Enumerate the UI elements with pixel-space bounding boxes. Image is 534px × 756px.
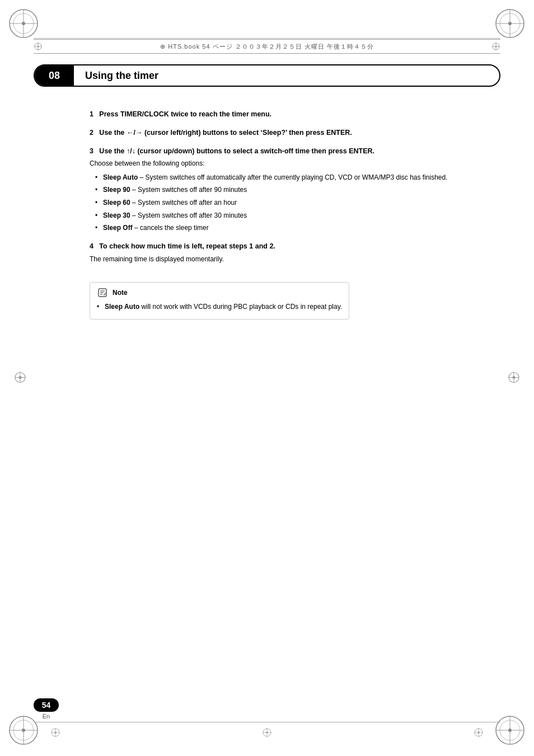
note-box: Note Sleep Auto will not work with VCDs … — [90, 282, 349, 320]
chapter-header: 08 Using the timer — [34, 64, 500, 87]
svg-point-9 — [508, 22, 512, 25]
step-4-body: The remaining time is displayed momentar… — [90, 254, 478, 265]
sleep-option-off: Sleep Off – cancels the sleep timer — [95, 223, 478, 233]
note-item-sleep-auto: Sleep Auto will not work with VCDs durin… — [97, 302, 342, 312]
note-content-list: Sleep Auto will not work with VCDs durin… — [97, 302, 342, 312]
bottom-right-reg — [474, 727, 484, 739]
corner-decoration-tl — [8, 8, 39, 41]
side-registration-left — [14, 371, 26, 385]
corner-decoration-tr — [495, 8, 526, 41]
svg-point-19 — [508, 729, 512, 732]
header-japanese-text: ⊕ HTS.book 54 ページ ２００３年２月２５日 火曜日 午後１時４５分 — [47, 43, 487, 51]
sleep-options-list: Sleep Auto – System switches off automat… — [90, 172, 478, 233]
step-4-heading: 4 To check how much time is left, repeat… — [90, 241, 478, 252]
chapter-title: Using the timer — [74, 70, 158, 82]
svg-point-51 — [477, 731, 480, 734]
svg-point-23 — [19, 376, 22, 379]
svg-point-14 — [22, 729, 25, 732]
page-number-area: 54 En — [34, 698, 59, 720]
svg-point-4 — [22, 22, 25, 25]
corner-decoration-br — [495, 715, 526, 748]
page-number: 54 — [34, 698, 59, 712]
sleep-option-90: Sleep 90 – System switches off after 90 … — [95, 185, 478, 195]
footer-rule-line — [34, 722, 500, 722]
header-rule-line — [34, 38, 500, 39]
step-1-heading: 1 Press TIMER/CLOCK twice to reach the t… — [90, 109, 478, 120]
sleep-option-30: Sleep 30 – System switches off after 30 … — [95, 210, 478, 221]
step-2-block: 2 Use the ←/→ (cursor left/right) button… — [90, 128, 478, 138]
svg-point-31 — [38, 46, 39, 48]
step-1-block: 1 Press TIMER/CLOCK twice to reach the t… — [90, 109, 478, 120]
step-3-body: Choose between the following options: — [90, 158, 478, 169]
step-3-block: 3 Use the ↑/↓ (cursor up/down) buttons t… — [90, 146, 478, 233]
header-bar: ⊕ HTS.book 54 ページ ２００３年２月２５日 火曜日 午後１時４５分 — [34, 39, 500, 54]
svg-point-35 — [495, 46, 497, 48]
bottom-center-reg — [262, 727, 272, 739]
chapter-number: 08 — [35, 65, 74, 86]
corner-decoration-bl — [8, 715, 39, 748]
note-header: Note — [97, 287, 342, 298]
step-4-block: 4 To check how much time is left, repeat… — [90, 241, 478, 264]
note-icon — [97, 287, 108, 298]
svg-point-27 — [513, 376, 516, 379]
step-2-heading: 2 Use the ←/→ (cursor left/right) button… — [90, 128, 478, 138]
sleep-option-auto: Sleep Auto – System switches off automat… — [95, 172, 478, 183]
svg-point-43 — [54, 731, 57, 734]
side-registration-right — [508, 371, 520, 385]
bottom-left-reg — [50, 727, 60, 739]
svg-point-47 — [266, 731, 268, 734]
step-3-heading: 3 Use the ↑/↓ (cursor up/down) buttons t… — [90, 146, 478, 157]
sleep-option-60: Sleep 60 – System switches off after an … — [95, 198, 478, 208]
page-language: En — [43, 713, 50, 720]
content-area: 1 Press TIMER/CLOCK twice to reach the t… — [90, 109, 478, 689]
note-label: Note — [113, 289, 128, 297]
